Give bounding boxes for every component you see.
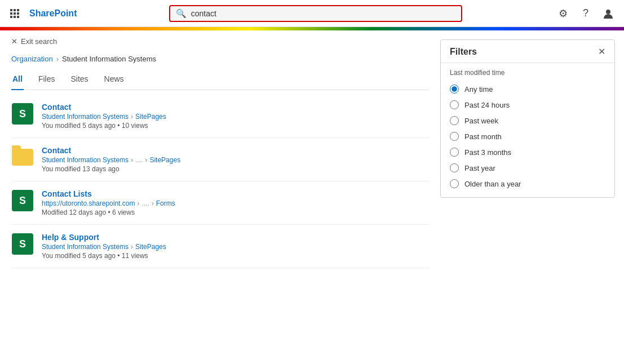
results-list: Contact Student Information Systems › Si… [11,95,429,268]
sharepoint-icon [12,233,33,255]
filters-title: Filters [450,47,477,57]
result-icon [11,189,34,212]
settings-icon[interactable]: ⚙ [554,5,572,23]
path-sep2: › [152,199,154,207]
result-site: Student Information Systems [42,113,129,121]
table-row: Help & Support Student Information Syste… [11,225,429,268]
result-title[interactable]: Contact [42,103,429,112]
result-title[interactable]: Contact Lists [42,189,429,198]
breadcrumb-org[interactable]: Organization [11,55,53,63]
filter-option-older[interactable]: Older than a year [441,176,614,192]
search-box: 🔍 [169,5,462,22]
result-path: https://utoronto.sharepoint.com › .... ›… [42,199,429,207]
filter-radio-anytime[interactable] [450,85,459,94]
filter-label-anytime: Any time [464,85,493,94]
sharepoint-icon [12,103,33,125]
content-area: ✕ Exit search Organization › Student Inf… [0,30,440,364]
path-dots: .... [141,199,149,207]
table-row: Contact Student Information Systems › ..… [11,138,429,181]
result-icon [11,103,34,125]
svg-rect-6 [10,16,12,18]
topbar: SharePoint 🔍 ⚙ ? [0,0,624,27]
sharepoint-icon [12,190,33,211]
filter-radio-month[interactable] [450,132,459,141]
filters-close-icon[interactable]: ✕ [598,47,605,56]
result-path: Student Information Systems › SitePages [42,243,429,251]
breadcrumb-sep: › [56,55,59,63]
filter-label-week: Past week [464,117,498,125]
filter-option-anytime[interactable]: Any time [441,81,614,97]
account-icon[interactable] [599,5,617,23]
filter-label-24h: Past 24 hours [464,101,510,109]
result-location: Forms [156,199,175,207]
breadcrumb-current: Student Information Systems [62,55,156,63]
exit-search[interactable]: ✕ Exit search [11,30,429,50]
table-row: Contact Student Information Systems › Si… [11,95,429,138]
result-location: SitePages [149,156,180,164]
help-icon[interactable]: ? [577,5,595,23]
filter-option-3months[interactable]: Past 3 months [441,144,614,160]
filter-radio-week[interactable] [450,116,459,125]
result-meta: You modified 5 days ago • 10 views [42,122,429,130]
result-meta: Modified 12 days ago • 6 views [42,208,429,216]
result-meta: You modified 13 days ago [42,165,429,173]
path-sep: › [131,243,133,251]
tabs: All Files Sites News [11,70,429,90]
result-path: Student Information Systems › .... › Sit… [42,156,429,164]
breadcrumb: Organization › Student Information Syste… [11,50,429,65]
search-wrap: 🔍 [83,5,547,22]
close-icon: ✕ [11,37,17,46]
topbar-right: ⚙ ? [554,5,617,23]
tab-sites[interactable]: Sites [69,70,89,90]
filter-radio-24h[interactable] [450,100,459,109]
filter-radio-older[interactable] [450,179,459,188]
main-layout: ✕ Exit search Organization › Student Inf… [0,30,624,364]
result-title[interactable]: Help & Support [42,233,429,242]
result-location: SitePages [135,243,166,251]
svg-rect-5 [17,12,19,15]
path-sep: › [137,199,139,207]
result-title[interactable]: Contact [42,146,429,155]
svg-rect-7 [14,16,16,18]
filter-label-year: Past year [464,164,495,172]
filter-label-3months: Past 3 months [464,148,511,157]
svg-rect-1 [14,9,16,11]
filter-option-24h[interactable]: Past 24 hours [441,97,614,113]
result-icon [11,146,34,168]
result-path: Student Information Systems › SitePages [42,113,429,121]
tab-files[interactable]: Files [37,70,56,90]
path-sep2: › [145,156,147,164]
result-icon [11,233,34,255]
svg-point-9 [606,10,610,14]
tab-all[interactable]: All [11,70,24,90]
grid-icon[interactable] [7,6,23,21]
result-site: Student Information Systems [42,243,129,251]
result-location: SitePages [135,113,166,121]
filters-section-label: Last modified time [441,63,614,81]
filters-panel: Filters ✕ Last modified time Any time Pa… [440,39,615,198]
path-sep: › [131,156,133,164]
path-sep: › [131,113,133,121]
folder-icon [12,149,33,166]
svg-rect-0 [10,9,12,11]
search-input[interactable] [191,9,455,18]
result-info: Contact Student Information Systems › ..… [42,146,429,173]
path-dots: .... [135,156,143,164]
svg-rect-3 [10,12,12,15]
result-site: https://utoronto.sharepoint.com [42,199,135,207]
filter-option-week[interactable]: Past week [441,113,614,128]
result-info: Help & Support Student Information Syste… [42,233,429,260]
filter-label-month: Past month [464,132,502,141]
tab-news[interactable]: News [103,70,125,90]
filter-radio-3months[interactable] [450,148,459,157]
result-meta: You modified 5 days ago • 11 views [42,252,429,260]
table-row: Contact Lists https://utoronto.sharepoin… [11,181,429,225]
app-logo: SharePoint [29,8,77,19]
filter-option-month[interactable]: Past month [441,128,614,144]
filters-header: Filters ✕ [441,40,614,63]
svg-rect-8 [17,16,19,18]
result-info: Contact Lists https://utoronto.sharepoin… [42,189,429,216]
filter-radio-year[interactable] [450,163,459,172]
search-icon: 🔍 [176,8,187,19]
filter-option-year[interactable]: Past year [441,160,614,176]
